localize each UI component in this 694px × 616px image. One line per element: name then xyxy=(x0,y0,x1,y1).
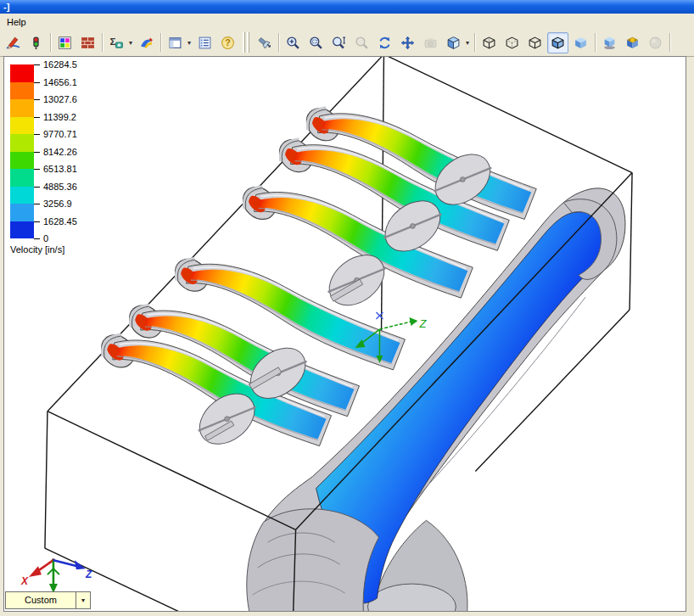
sigma-gauge-icon: Σ xyxy=(109,36,124,50)
realview-button xyxy=(645,32,666,53)
color-palette-icon xyxy=(58,36,72,50)
zoom-to-selection-button xyxy=(351,32,372,53)
hidden-lines-visible-button[interactable] xyxy=(501,32,523,53)
view-orientation-button[interactable] xyxy=(443,32,464,53)
probe-button[interactable] xyxy=(254,32,275,53)
zoom-to-area-button[interactable] xyxy=(305,32,327,53)
zoom-area-icon xyxy=(309,36,323,50)
ref-triad-z-label: Z xyxy=(418,317,427,330)
pane-layout-dropdown[interactable]: ▾ xyxy=(185,39,193,47)
wireframe-button[interactable] xyxy=(479,32,500,53)
standard-views-button xyxy=(420,32,441,53)
boundary-conditions-button[interactable] xyxy=(77,32,98,53)
palette-button[interactable] xyxy=(54,32,76,53)
shaded-cube-icon xyxy=(574,36,588,50)
goal-plots-button[interactable]: Σ xyxy=(106,32,127,53)
toolbar-separator xyxy=(595,33,596,52)
menu-help[interactable]: Help xyxy=(0,15,33,29)
flashlight-icon xyxy=(257,36,271,50)
graphics-viewport[interactable]: Z X Z 16284.5 14656.1 13027.6 11399.2 97… xyxy=(3,56,686,612)
toolbar-separator xyxy=(474,33,475,52)
svg-text:?: ? xyxy=(225,37,230,48)
orientation-triad: X Z xyxy=(20,558,92,593)
title-bar: -] xyxy=(0,0,694,14)
zoom-selection-icon xyxy=(355,36,369,50)
pan-icon xyxy=(400,36,415,50)
shaded-button[interactable] xyxy=(570,32,591,53)
section-view-icon xyxy=(625,36,640,50)
toolbar: Σ ▾ ▾ ? ▾ xyxy=(0,29,694,57)
checklist-icon xyxy=(198,36,212,50)
sphere-icon xyxy=(648,36,663,50)
brick-wall-icon xyxy=(81,36,95,50)
display-results-button[interactable] xyxy=(136,32,157,53)
zoom-to-fit-button[interactable] xyxy=(328,32,350,53)
edit-definition-button[interactable] xyxy=(3,32,24,53)
pane-layout-button[interactable] xyxy=(165,32,186,53)
triad-x-label: X xyxy=(20,575,29,587)
help-icon: ? xyxy=(221,36,235,50)
svg-text:Σ: Σ xyxy=(110,36,116,47)
toolbar-separator xyxy=(102,33,103,52)
view-cube-icon xyxy=(446,36,461,50)
traffic-light-icon xyxy=(29,36,43,50)
hidden-lines-removed-cube-icon xyxy=(528,36,542,50)
window-pane-icon xyxy=(168,36,182,50)
section-view-button[interactable] xyxy=(622,32,643,53)
shaded-with-edges-button[interactable] xyxy=(547,32,568,53)
run-button[interactable] xyxy=(25,32,47,53)
window-title: -] xyxy=(3,2,9,12)
hidden-lines-visible-cube-icon xyxy=(505,36,519,50)
shadows-button[interactable] xyxy=(599,32,620,53)
shadow-cube-icon xyxy=(602,36,617,50)
goal-plots-dropdown[interactable]: ▾ xyxy=(126,39,135,47)
toolbar-separator xyxy=(160,33,161,52)
feature-options-button[interactable] xyxy=(194,32,215,53)
pan-view-button[interactable] xyxy=(397,32,418,53)
rotate-view-button[interactable] xyxy=(374,32,395,53)
results-brush-icon xyxy=(139,36,154,50)
view-combo-dropdown-button[interactable]: ▾ xyxy=(76,592,90,608)
color-legend: 16284.5 14656.1 13027.6 11399.2 9770.71 … xyxy=(10,64,146,268)
menu-bar: Help xyxy=(0,14,694,30)
legend-color-bar xyxy=(10,64,34,238)
toolbar-separator xyxy=(278,33,279,52)
toolbar-separator xyxy=(50,33,51,52)
pencil-icon xyxy=(6,36,20,50)
view-orientation-combo[interactable]: Custom ▾ xyxy=(5,591,91,609)
toolbar-separator xyxy=(669,33,670,52)
toolbar-grip[interactable] xyxy=(243,32,249,53)
view-combo-value: Custom xyxy=(6,592,76,608)
outlet-elbow xyxy=(247,509,379,611)
camera-icon xyxy=(423,36,438,50)
zoom-in-out-button[interactable] xyxy=(283,32,304,53)
wireframe-cube-icon xyxy=(482,36,496,50)
hidden-lines-removed-button[interactable] xyxy=(524,32,546,53)
view-orientation-dropdown[interactable]: ▾ xyxy=(463,39,472,47)
legend-title: Velocity [in/s] xyxy=(10,244,64,255)
shaded-edges-cube-icon xyxy=(551,36,565,50)
triad-z-label: Z xyxy=(85,568,92,580)
zoom-fit-icon xyxy=(332,36,346,50)
rotate-icon xyxy=(378,36,392,50)
help-button[interactable]: ? xyxy=(217,32,238,53)
zoom-in-icon xyxy=(286,36,300,50)
